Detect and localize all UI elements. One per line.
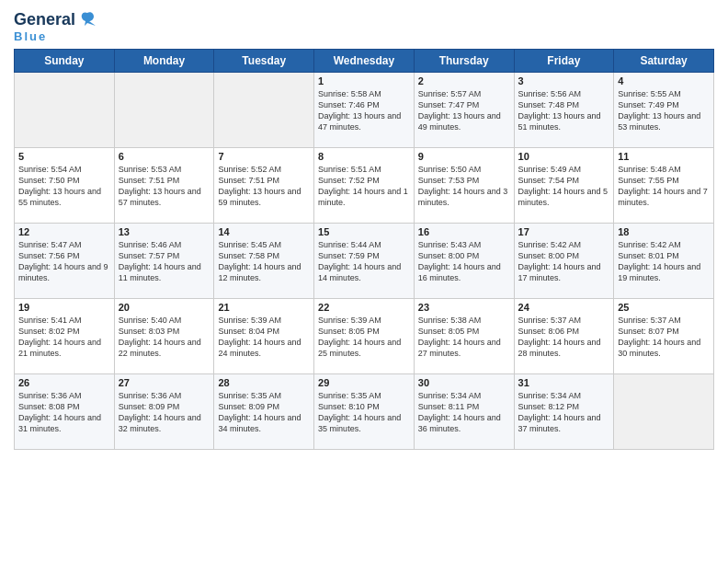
day-number: 11 <box>618 151 710 162</box>
calendar-cell: 8Sunrise: 5:51 AMSunset: 7:52 PMDaylight… <box>314 148 415 224</box>
day-number: 24 <box>518 302 610 313</box>
cell-daylight: Daylight: 13 hours and 59 minutes. <box>218 187 301 207</box>
calendar-cell <box>614 374 714 450</box>
day-number: 30 <box>418 377 510 388</box>
cell-sunset: Sunset: 8:08 PM <box>18 402 80 411</box>
calendar-cell: 13Sunrise: 5:46 AMSunset: 7:57 PMDayligh… <box>114 224 214 299</box>
day-number: 17 <box>518 226 610 237</box>
calendar-week-3: 12Sunrise: 5:47 AMSunset: 7:56 PMDayligh… <box>15 224 714 299</box>
day-number: 14 <box>218 226 310 237</box>
cell-sunrise: Sunrise: 5:34 AM <box>518 391 582 400</box>
day-number: 7 <box>218 151 310 162</box>
cell-sunset: Sunset: 7:52 PM <box>318 176 380 185</box>
day-number: 31 <box>518 377 610 388</box>
calendar-cell: 23Sunrise: 5:38 AMSunset: 8:05 PMDayligh… <box>414 299 514 374</box>
day-number: 8 <box>318 151 410 162</box>
calendar-cell: 16Sunrise: 5:43 AMSunset: 8:00 PMDayligh… <box>414 224 514 299</box>
cell-sunset: Sunset: 8:02 PM <box>18 327 80 336</box>
cell-sunrise: Sunrise: 5:42 AM <box>518 240 582 249</box>
cell-sunrise: Sunrise: 5:44 AM <box>318 240 381 249</box>
cell-sunrise: Sunrise: 5:37 AM <box>618 316 681 325</box>
cell-sunrise: Sunrise: 5:51 AM <box>318 165 381 174</box>
day-number: 23 <box>418 302 510 313</box>
calendar-cell <box>114 73 214 148</box>
calendar-cell: 22Sunrise: 5:39 AMSunset: 8:05 PMDayligh… <box>314 299 415 374</box>
cell-daylight: Daylight: 14 hours and 37 minutes. <box>518 413 601 433</box>
cell-sunrise: Sunrise: 5:37 AM <box>518 316 582 325</box>
cell-sunrise: Sunrise: 5:41 AM <box>18 316 82 325</box>
cell-daylight: Daylight: 14 hours and 12 minutes. <box>218 262 301 282</box>
logo-blue-text: Blue <box>14 29 47 43</box>
calendar-cell: 12Sunrise: 5:47 AMSunset: 7:56 PMDayligh… <box>15 224 115 299</box>
day-number: 19 <box>18 302 110 313</box>
calendar-week-4: 19Sunrise: 5:41 AMSunset: 8:02 PMDayligh… <box>15 299 714 374</box>
calendar-cell: 27Sunrise: 5:36 AMSunset: 8:09 PMDayligh… <box>114 374 214 450</box>
cell-sunset: Sunset: 7:58 PM <box>218 251 279 260</box>
cell-sunset: Sunset: 8:12 PM <box>518 402 580 411</box>
cell-daylight: Daylight: 14 hours and 11 minutes. <box>119 262 201 282</box>
cell-sunrise: Sunrise: 5:50 AM <box>418 165 482 174</box>
calendar-week-2: 5Sunrise: 5:54 AMSunset: 7:50 PMDaylight… <box>15 148 714 224</box>
cell-sunrise: Sunrise: 5:39 AM <box>218 316 281 325</box>
day-number: 2 <box>418 75 510 86</box>
header-day-thursday: Thursday <box>414 50 514 73</box>
cell-sunset: Sunset: 8:11 PM <box>418 402 480 411</box>
cell-daylight: Daylight: 14 hours and 30 minutes. <box>618 338 700 358</box>
cell-sunset: Sunset: 8:03 PM <box>119 327 180 336</box>
calendar-cell: 10Sunrise: 5:49 AMSunset: 7:54 PMDayligh… <box>514 148 614 224</box>
calendar-table: SundayMondayTuesdayWednesdayThursdayFrid… <box>14 49 714 450</box>
calendar-cell: 15Sunrise: 5:44 AMSunset: 7:59 PMDayligh… <box>314 224 415 299</box>
cell-sunset: Sunset: 7:49 PM <box>618 100 679 109</box>
header-day-sunday: Sunday <box>15 50 115 73</box>
cell-sunrise: Sunrise: 5:52 AM <box>218 165 281 174</box>
cell-daylight: Daylight: 14 hours and 22 minutes. <box>119 338 201 358</box>
cell-daylight: Daylight: 14 hours and 1 minute. <box>318 187 408 207</box>
cell-sunrise: Sunrise: 5:35 AM <box>318 391 381 400</box>
calendar-cell: 20Sunrise: 5:40 AMSunset: 8:03 PMDayligh… <box>114 299 214 374</box>
day-number: 21 <box>218 302 310 313</box>
cell-daylight: Daylight: 14 hours and 21 minutes. <box>18 338 101 358</box>
cell-daylight: Daylight: 13 hours and 53 minutes. <box>618 111 700 132</box>
cell-sunrise: Sunrise: 5:54 AM <box>18 165 82 174</box>
cell-daylight: Daylight: 14 hours and 14 minutes. <box>318 262 401 282</box>
cell-sunset: Sunset: 8:05 PM <box>418 327 480 336</box>
day-number: 6 <box>119 151 210 162</box>
cell-sunset: Sunset: 8:09 PM <box>218 402 279 411</box>
calendar-header: SundayMondayTuesdayWednesdayThursdayFrid… <box>15 50 714 73</box>
calendar-cell: 11Sunrise: 5:48 AMSunset: 7:55 PMDayligh… <box>614 148 714 224</box>
cell-sunrise: Sunrise: 5:45 AM <box>218 240 281 249</box>
calendar-cell: 25Sunrise: 5:37 AMSunset: 8:07 PMDayligh… <box>614 299 714 374</box>
cell-daylight: Daylight: 14 hours and 32 minutes. <box>119 413 201 433</box>
header-day-saturday: Saturday <box>614 50 714 73</box>
cell-sunset: Sunset: 8:01 PM <box>618 251 679 260</box>
calendar-cell: 5Sunrise: 5:54 AMSunset: 7:50 PMDaylight… <box>15 148 115 224</box>
calendar-cell: 21Sunrise: 5:39 AMSunset: 8:04 PMDayligh… <box>214 299 314 374</box>
calendar-cell: 6Sunrise: 5:53 AMSunset: 7:51 PMDaylight… <box>114 148 214 224</box>
cell-sunset: Sunset: 8:00 PM <box>518 251 580 260</box>
calendar-week-1: 1Sunrise: 5:58 AMSunset: 7:46 PMDaylight… <box>15 73 714 148</box>
day-number: 10 <box>518 151 610 162</box>
day-number: 29 <box>318 377 410 388</box>
day-number: 27 <box>119 377 210 388</box>
cell-sunset: Sunset: 8:06 PM <box>518 327 580 336</box>
calendar-cell: 9Sunrise: 5:50 AMSunset: 7:53 PMDaylight… <box>414 148 514 224</box>
calendar-cell <box>214 73 314 148</box>
cell-sunrise: Sunrise: 5:57 AM <box>418 89 482 98</box>
cell-sunset: Sunset: 8:04 PM <box>218 327 279 336</box>
cell-daylight: Daylight: 14 hours and 36 minutes. <box>418 413 501 433</box>
calendar-cell: 3Sunrise: 5:56 AMSunset: 7:48 PMDaylight… <box>514 73 614 148</box>
cell-daylight: Daylight: 14 hours and 5 minutes. <box>518 187 609 207</box>
cell-sunrise: Sunrise: 5:56 AM <box>518 89 582 98</box>
cell-sunrise: Sunrise: 5:53 AM <box>119 165 182 174</box>
day-number: 13 <box>119 226 210 237</box>
cell-daylight: Daylight: 14 hours and 28 minutes. <box>518 338 601 358</box>
cell-daylight: Daylight: 14 hours and 3 minutes. <box>418 187 508 207</box>
cell-sunrise: Sunrise: 5:35 AM <box>218 391 281 400</box>
cell-sunrise: Sunrise: 5:46 AM <box>119 240 182 249</box>
cell-daylight: Daylight: 14 hours and 19 minutes. <box>618 262 700 282</box>
calendar-cell: 26Sunrise: 5:36 AMSunset: 8:08 PMDayligh… <box>15 374 115 450</box>
cell-daylight: Daylight: 14 hours and 24 minutes. <box>218 338 301 358</box>
cell-sunrise: Sunrise: 5:36 AM <box>119 391 182 400</box>
cell-sunset: Sunset: 7:48 PM <box>518 100 580 109</box>
cell-sunrise: Sunrise: 5:47 AM <box>18 240 82 249</box>
